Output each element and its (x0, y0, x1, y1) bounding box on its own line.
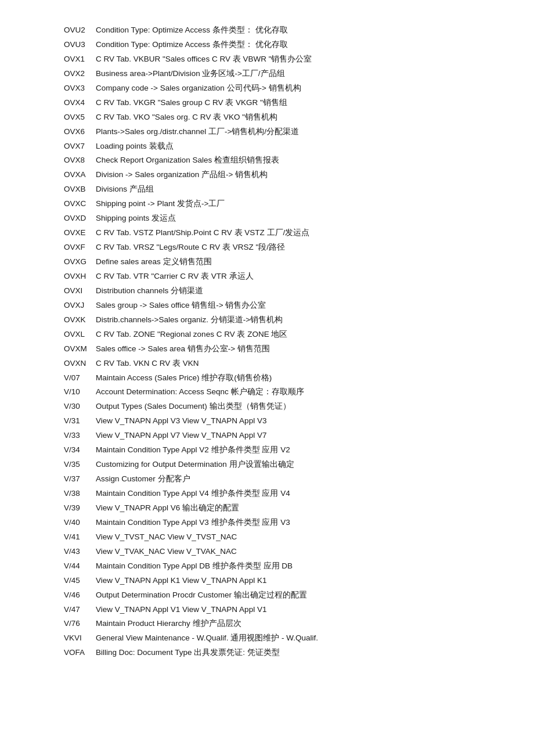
transaction-code: OVXN (64, 357, 96, 370)
table-row: OVXNC RV Tab. VKN C RV 表 VKN (64, 357, 499, 371)
transaction-description: C RV Tab. VKO "Sales org. C RV 表 VKO "销售… (96, 111, 499, 124)
table-row: V/38Maintain Condition Type Appl V4 维护条件… (64, 487, 499, 501)
transaction-code: OVXC (64, 197, 96, 211)
transaction-description: Check Report Organization Sales 检查组织销售报表 (96, 154, 499, 167)
transaction-description: Maintain Condition Type Appl V4 维护条件类型 应… (96, 487, 499, 501)
transaction-code: V/44 (64, 560, 96, 573)
transaction-description: General View Maintenance - W.Qualif. 通用视… (96, 632, 499, 645)
transaction-code: V/40 (64, 516, 96, 530)
table-row: OVXDShipping points 发运点 (64, 211, 499, 226)
transaction-description: Company code -> Sales organization 公司代码-… (96, 82, 499, 95)
transaction-code: OVU3 (64, 38, 96, 52)
transaction-description: Plants->Sales org./distr.channel 工厂->销售机… (96, 125, 499, 139)
table-row: OVX5C RV Tab. VKO "Sales org. C RV 表 VKO… (64, 110, 499, 125)
transaction-description: Condition Type: Optimize Access 条件类型： 优化… (96, 24, 499, 37)
transaction-code: OVX3 (64, 82, 96, 95)
transaction-code: V/07 (64, 372, 96, 385)
table-row: V/40Maintain Condition Type Appl V3 维护条件… (64, 516, 499, 530)
table-row: V/43View V_TVAK_NAC View V_TVAK_NAC (64, 545, 499, 559)
transaction-code: OVXA (64, 168, 96, 182)
table-row: VOFABilling Doc: Document Type 出具发票凭证: 凭… (64, 646, 499, 660)
table-row: OVXADivision -> Sales organization 产品组->… (64, 168, 499, 182)
transaction-code: OVXL (64, 328, 96, 341)
transaction-description: Output Determination Procdr Customer 输出确… (96, 589, 499, 602)
table-row: OVXGDefine sales areas 定义销售范围 (64, 255, 499, 269)
transaction-description: View V_TNAPN Appl K1 View V_TNAPN Appl K… (96, 574, 499, 588)
transaction-code: OVXK (64, 314, 96, 327)
transaction-code: VKVI (64, 632, 96, 645)
table-row: OVX2Business area->Plant/Division 业务区域->… (64, 67, 499, 81)
transaction-description: Maintain Condition Type Appl DB 维护条件类型 应… (96, 560, 499, 573)
table-row: V/31View V_TNAPN Appl V3 View V_TNAPN Ap… (64, 414, 499, 429)
transaction-code: OVX2 (64, 67, 96, 81)
transaction-description: C RV Tab. VKGR "Sales group C RV 表 VKGR … (96, 96, 499, 110)
transaction-code: OVXG (64, 255, 96, 269)
table-row: OVXEC RV Tab. VSTZ Plant/Ship.Point C RV… (64, 226, 499, 240)
transaction-code: V/39 (64, 502, 96, 515)
table-row: OVXKDistrib.channels->Sales organiz. 分销渠… (64, 313, 499, 327)
transaction-description: View V_TNAPN Appl V3 View V_TNAPN Appl V… (96, 415, 499, 428)
transaction-code: V/34 (64, 444, 96, 457)
table-row: OVX8Check Report Organization Sales 检查组织… (64, 153, 499, 168)
transaction-code: OVXI (64, 285, 96, 298)
transaction-code: OVX4 (64, 96, 96, 110)
transaction-description: C RV Tab. ZONE "Regional zones C RV 表 ZO… (96, 328, 499, 341)
table-row: OVXMSales office -> Sales area 销售办公室-> 销… (64, 342, 499, 357)
table-row: OVX4C RV Tab. VKGR "Sales group C RV 表 V… (64, 96, 499, 110)
transaction-description: Division -> Sales organization 产品组-> 销售机… (96, 168, 499, 182)
transaction-description: Define sales areas 定义销售范围 (96, 255, 499, 269)
transaction-code: OVX8 (64, 154, 96, 167)
table-row: OVXHC RV Tab. VTR "Carrier C RV 表 VTR 承运… (64, 269, 499, 284)
transaction-code: OVXJ (64, 299, 96, 312)
table-row: V/33View V_TNAPN Appl V7 View V_TNAPN Ap… (64, 429, 499, 443)
transaction-code: V/46 (64, 589, 96, 602)
transaction-description: Sales office -> Sales area 销售办公室-> 销售范围 (96, 343, 499, 356)
transaction-code: V/31 (64, 415, 96, 428)
table-row: V/07Maintain Access (Sales Price) 维护存取(销… (64, 371, 499, 386)
table-row: OVXLC RV Tab. ZONE "Regional zones C RV … (64, 327, 499, 342)
transaction-code: OVX6 (64, 125, 96, 139)
table-row: V/41View V_TVST_NAC View V_TVST_NAC (64, 530, 499, 545)
transaction-code: V/35 (64, 458, 96, 471)
transaction-description: Shipping point -> Plant 发货点->工厂 (96, 197, 499, 211)
transaction-code: OVXD (64, 212, 96, 225)
transaction-code: OVX7 (64, 140, 96, 153)
transaction-code: V/37 (64, 473, 96, 486)
transaction-code: OVXH (64, 270, 96, 283)
transaction-description: Distrib.channels->Sales organiz. 分销渠道->销… (96, 314, 499, 327)
table-row: V/45View V_TNAPN Appl K1 View V_TNAPN Ap… (64, 574, 499, 588)
table-row: V/76Maintain Product Hierarchy 维护产品层次 (64, 617, 499, 631)
transaction-description: C RV Tab. VTR "Carrier C RV 表 VTR 承运人 (96, 270, 499, 283)
table-row: OVXBDivisions 产品组 (64, 182, 499, 197)
table-row: V/46Output Determination Procdr Customer… (64, 588, 499, 603)
table-row: OVX6Plants->Sales org./distr.channel 工厂-… (64, 125, 499, 139)
table-row: OVXJSales group -> Sales office 销售组-> 销售… (64, 298, 499, 313)
transaction-description: Maintain Condition Type Appl V2 维护条件类型 应… (96, 444, 499, 457)
transaction-description: C RV Tab. VSTZ Plant/Ship.Point C RV 表 V… (96, 226, 499, 240)
transaction-code: V/47 (64, 603, 96, 617)
table-row: OVX7Loading points 装载点 (64, 139, 499, 154)
transaction-description: Distribution channels 分销渠道 (96, 285, 499, 298)
transaction-code: OVXB (64, 183, 96, 196)
transaction-description: C RV Tab. VRSZ "Legs/Route C RV 表 VRSZ "… (96, 241, 499, 254)
transaction-description: C RV Tab. VKN C RV 表 VKN (96, 357, 499, 370)
table-row: OVU3Condition Type: Optimize Access 条件类型… (64, 38, 499, 52)
transaction-description: Customizing for Output Determination 用户设… (96, 458, 499, 471)
table-row: OVU2Condition Type: Optimize Access 条件类型… (64, 23, 499, 38)
table-row: OVX3Company code -> Sales organization 公… (64, 81, 499, 96)
transaction-description: Account Determination: Access Seqnc 帐户确定… (96, 386, 499, 399)
transaction-description: View V_TNAPN Appl V7 View V_TNAPN Appl V… (96, 429, 499, 442)
table-row: V/10Account Determination: Access Seqnc … (64, 385, 499, 399)
transaction-description: Maintain Condition Type Appl V3 维护条件类型 应… (96, 516, 499, 530)
table-row: V/35Customizing for Output Determination… (64, 458, 499, 472)
transaction-description: Condition Type: Optimize Access 条件类型： 优化… (96, 38, 499, 52)
transaction-code: V/33 (64, 429, 96, 442)
transaction-description: Maintain Access (Sales Price) 维护存取(销售价格) (96, 372, 499, 385)
table-row: VKVIGeneral View Maintenance - W.Qualif.… (64, 631, 499, 646)
transaction-code: VOFA (64, 646, 96, 660)
transaction-description: View V_TNAPR Appl V6 输出确定的配置 (96, 502, 499, 515)
table-row: V/47View V_TNAPN Appl V1 View V_TNAPN Ap… (64, 603, 499, 617)
transaction-description: View V_TNAPN Appl V1 View V_TNAPN Appl V… (96, 603, 499, 617)
transaction-code: V/45 (64, 574, 96, 588)
transaction-code: V/43 (64, 545, 96, 559)
